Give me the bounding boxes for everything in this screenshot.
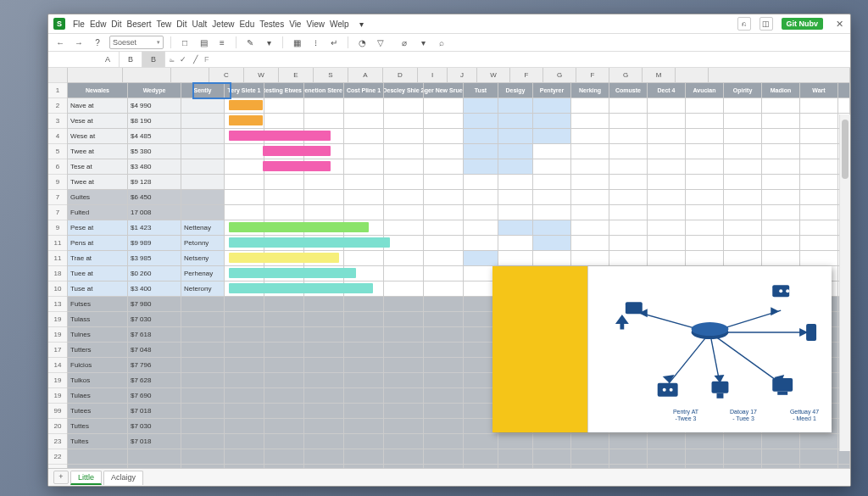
name-box[interactable]: Soeset▾ [109, 36, 164, 49]
sheet-tab[interactable]: Aclaigy [103, 471, 143, 485]
check-icon[interactable]: ✓ [177, 55, 189, 64]
search-icon[interactable]: ⌕ [435, 36, 448, 49]
table-row[interactable]: Wese at$4 485 [68, 129, 850, 144]
add-sheet-button[interactable]: + [53, 471, 69, 484]
history-icon[interactable]: ⎌ [737, 17, 751, 31]
gantt-bar[interactable] [229, 222, 369, 232]
menu-item[interactable]: Fle [70, 19, 87, 30]
column-header-cell[interactable]: Wart [800, 83, 838, 98]
fill-icon[interactable]: ▾ [262, 36, 275, 49]
table-row[interactable]: Tultes$7 018 [68, 434, 850, 449]
gantt-bar[interactable] [229, 283, 373, 293]
help-icon[interactable]: ? [91, 36, 104, 49]
table-row[interactable] [68, 449, 850, 465]
menu-item[interactable]: Dit [108, 19, 124, 30]
column-header-cell[interactable]: Sently [181, 83, 225, 98]
column-header-cell[interactable]: Desigy [498, 83, 533, 98]
menu-item[interactable]: Tew [154, 19, 175, 30]
formula-input[interactable]: F [201, 55, 850, 64]
column-header-cell[interactable]: Madion [762, 83, 800, 98]
gantt-bar[interactable] [229, 100, 263, 110]
vertical-scroll-thumb[interactable] [842, 120, 849, 179]
column-header-cell[interactable]: Resting Etwes 1 [264, 83, 304, 98]
col-chip[interactable]: B [142, 52, 165, 67]
network-diagram: Pentry AT-Twee 3Datoay 17- Tuee 3Gettuay… [588, 266, 832, 432]
paint-icon[interactable]: ✎ [243, 36, 257, 49]
menu-item[interactable]: Jetew [209, 19, 236, 30]
more-icon[interactable]: ▾ [416, 36, 430, 49]
column-header-cell[interactable]: Tery Slete 1 [225, 83, 264, 98]
back-icon[interactable]: ← [53, 36, 67, 49]
table-row[interactable]: Tese at$3 480 [68, 159, 850, 175]
menu-item[interactable]: Edu [236, 19, 257, 30]
column-header-cell[interactable]: Avucian [686, 83, 724, 98]
table-row[interactable]: Fulted17 008 [68, 205, 850, 220]
table-row[interactable]: Vese at$8 190 [68, 114, 850, 129]
menu-item[interactable]: Besert [125, 19, 154, 30]
gantt-bar[interactable] [263, 146, 331, 156]
sheet-tabs: + LittleAclaigy [48, 468, 850, 486]
cancel-icon[interactable]: ╱ [189, 55, 201, 64]
underline-icon[interactable]: ▤ [197, 36, 210, 49]
borders-icon[interactable]: ▦ [290, 36, 303, 49]
menu-item[interactable]: Testes [257, 19, 287, 30]
app-logo-icon: S [53, 18, 65, 30]
close-icon[interactable]: ✕ [833, 19, 845, 30]
menu-dropdown-icon[interactable]: ▾ [357, 19, 366, 30]
merge-icon[interactable]: ⫶ [309, 36, 322, 49]
menu-item[interactable]: Welp [327, 19, 352, 30]
column-header-cell[interactable]: Nerking [571, 83, 609, 98]
column-header-cell[interactable]: Descley Shie 2 [384, 83, 424, 98]
spreadsheet-grid[interactable]: 1234569779111118101319191714191999202322… [48, 68, 850, 468]
gantt-bar[interactable] [229, 237, 390, 248]
menu-item[interactable]: Dit [174, 19, 189, 30]
column-header-cell[interactable]: Dect 4 [648, 83, 686, 98]
column-header-cell[interactable]: Cost Pline 1 [344, 83, 384, 98]
menu-item[interactable]: Ualt [190, 19, 210, 30]
sheet-tab[interactable]: Little [70, 471, 102, 485]
menu-item[interactable]: View [303, 19, 327, 30]
chart-icon[interactable]: ◔ [355, 36, 369, 49]
column-header-cell[interactable]: Tust [464, 83, 498, 98]
table-row[interactable]: Twtws$7 018 [68, 465, 850, 468]
fx-icon[interactable]: ⎁ [165, 55, 177, 64]
align-icon[interactable]: ≡ [215, 36, 229, 49]
column-headers[interactable]: CWESADIJWFGFGM [68, 68, 850, 83]
wrap-icon[interactable]: ↵ [327, 36, 341, 49]
share-icon[interactable]: ◫ [760, 17, 773, 31]
svg-point-16 [779, 289, 782, 293]
toolbar: ← → ? Soeset▾ □ ▤ ≡ ✎ ▾ ▦ ⫶ ↵ ◔ ▽ ⌀ ▾ ⌕ [48, 34, 850, 52]
table-row[interactable]: Pens at$9 989Petonny [68, 236, 850, 251]
column-header-cell[interactable]: Pentyrer [533, 83, 571, 98]
col-chip[interactable]: B [120, 52, 142, 67]
forward-icon[interactable]: → [72, 36, 86, 49]
column-header-cell[interactable]: Wedype [128, 83, 181, 98]
table-row[interactable]: Guites$6 450 [68, 190, 850, 205]
gantt-bar[interactable] [229, 268, 356, 278]
filter-icon[interactable]: ▽ [374, 36, 387, 49]
column-header-cell[interactable]: Inger New Srue 1 [424, 83, 464, 98]
row-headers[interactable]: 1234569779111118101319191714191999202322… [48, 68, 68, 468]
primary-action-button[interactable]: Git Nubv [782, 18, 824, 30]
table-row[interactable]: Trae at$3 985Netseny [68, 251, 850, 266]
diagram-overlay[interactable]: Pentry AT-Twee 3Datoay 17- Tuee 3Gettuay… [492, 266, 832, 432]
table-row[interactable]: Pese at$1 423Nettenay [68, 220, 850, 236]
gantt-bar[interactable] [263, 161, 331, 171]
col-chip[interactable]: A [97, 52, 120, 67]
comment-icon[interactable]: ⌀ [398, 36, 411, 49]
table-row[interactable]: Twee at$9 128 [68, 175, 850, 190]
gantt-bar[interactable] [229, 131, 331, 141]
table-row[interactable]: Twee at$5 380 [68, 144, 850, 159]
bold-icon[interactable]: □ [178, 36, 192, 49]
column-header-cell[interactable]: Newales [68, 83, 128, 98]
column-header-cell[interactable]: Opirity [724, 83, 762, 98]
table-row[interactable]: Nave at$4 990 [68, 98, 850, 114]
gantt-bar[interactable] [229, 115, 263, 125]
column-header-cell[interactable]: Denetion Stere 1 [304, 83, 344, 98]
gantt-bar[interactable] [229, 253, 339, 263]
formula-bar: ABB ⎁ ✓ ╱ F [48, 52, 850, 68]
menu-item[interactable]: Vie [287, 19, 303, 30]
vertical-scrollbar[interactable] [839, 114, 850, 451]
column-header-cell[interactable]: Comuste [609, 83, 648, 98]
menu-item[interactable]: Edw [87, 19, 108, 30]
